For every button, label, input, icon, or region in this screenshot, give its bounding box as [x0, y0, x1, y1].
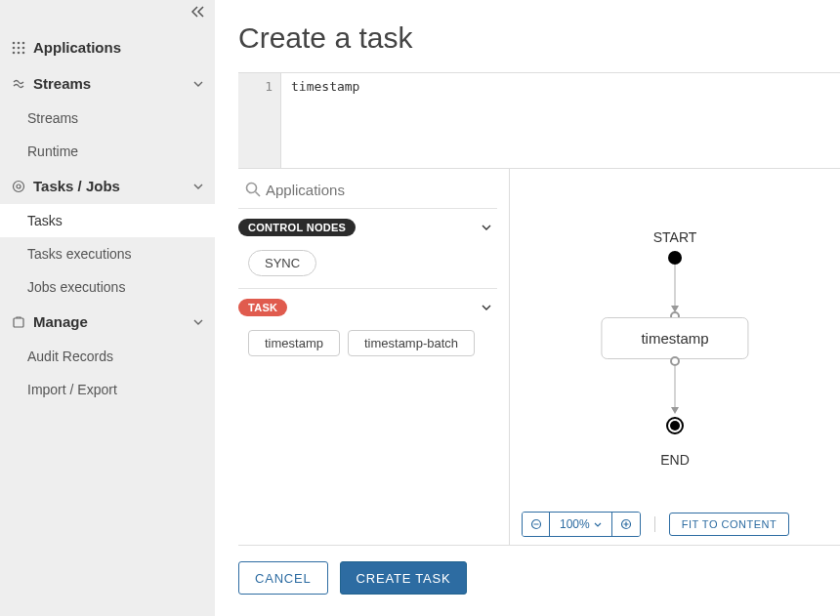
chip-timestamp-batch[interactable]: timestamp-batch: [348, 330, 475, 356]
cancel-button[interactable]: CANCEL: [238, 561, 328, 595]
task-node[interactable]: timestamp: [601, 317, 748, 359]
chip-sync[interactable]: SYNC: [248, 250, 316, 276]
chevron-down-icon: [193, 319, 203, 325]
create-task-button[interactable]: CREATE TASK: [340, 561, 468, 595]
search-icon: [244, 181, 266, 198]
palette: CONTROL NODES SYNC TASK timestamp: [238, 169, 510, 545]
svg-point-9: [14, 181, 24, 191]
zoom-in-button[interactable]: [612, 513, 640, 536]
svg-point-10: [17, 185, 21, 188]
end-node[interactable]: [666, 417, 684, 434]
canvas[interactable]: START timestamp END: [510, 169, 840, 545]
nav-streams[interactable]: Streams: [0, 65, 215, 102]
nav-item-import-export[interactable]: Import / Export: [0, 373, 215, 406]
zoom-level-dropdown[interactable]: 100%: [550, 513, 612, 536]
chevron-down-icon: [594, 522, 602, 527]
svg-point-12: [247, 184, 257, 193]
nav-item-streams[interactable]: Streams: [0, 102, 215, 135]
nav-item-audit-records[interactable]: Audit Records: [0, 340, 215, 373]
zoom-level-text: 100%: [560, 517, 590, 531]
svg-point-1: [18, 41, 21, 44]
arrowhead-icon: [671, 407, 679, 414]
nav-manage[interactable]: Manage: [0, 304, 215, 340]
nav-item-tasks[interactable]: Tasks: [0, 204, 215, 237]
end-label: END: [660, 452, 690, 468]
zoom-group: 100%: [522, 512, 641, 537]
grid-icon: [10, 41, 27, 55]
section-control-items: SYNC: [238, 246, 497, 288]
svg-line-13: [256, 192, 261, 197]
nav-label: Tasks / Jobs: [33, 178, 193, 194]
nav-item-runtime[interactable]: Runtime: [0, 135, 215, 168]
svg-point-0: [13, 41, 16, 44]
nav-label: Streams: [33, 75, 193, 92]
svg-point-6: [13, 51, 16, 54]
collapse-sidebar-icon[interactable]: [191, 6, 205, 18]
create-label: CREATE TASK: [357, 571, 451, 586]
page-title: Create a task: [238, 21, 840, 72]
fit-to-content-button[interactable]: FIT TO CONTENT: [669, 513, 789, 536]
svg-point-8: [22, 51, 25, 54]
section-pill: TASK: [238, 299, 287, 316]
section-pill: CONTROL NODES: [238, 219, 356, 236]
edge-start-to-task: [675, 265, 676, 308]
divider: [654, 516, 655, 532]
edge-task-to-end: [675, 366, 676, 409]
zoom-controls: 100% FIT TO CONTENT: [522, 512, 789, 537]
svg-point-2: [22, 41, 25, 44]
sidebar: Applications Streams Streams Runtime Tas…: [0, 0, 215, 616]
start-node[interactable]: [668, 251, 682, 265]
palette-search-input[interactable]: [266, 182, 495, 198]
nav-tasks-jobs[interactable]: Tasks / Jobs: [0, 168, 215, 204]
chip-timestamp[interactable]: timestamp: [248, 330, 340, 356]
nav-label: Manage: [33, 313, 193, 330]
code-text: timestamp: [291, 79, 359, 94]
svg-point-4: [18, 46, 21, 49]
fit-label: FIT TO CONTENT: [682, 518, 777, 530]
zoom-out-button[interactable]: [523, 513, 550, 536]
stream-icon: [10, 77, 27, 91]
editor-gutter: 1: [238, 73, 281, 168]
chevron-down-icon: [482, 305, 491, 310]
chevron-down-icon: [193, 81, 203, 87]
svg-point-3: [13, 46, 16, 49]
task-node-label: timestamp: [641, 330, 708, 347]
sidebar-top: [0, 0, 215, 23]
tasks-icon: [10, 180, 27, 193]
code-area[interactable]: timestamp: [281, 73, 840, 168]
line-number: 1: [246, 79, 273, 94]
chevron-down-icon: [482, 225, 491, 230]
main: Create a task 1 timestamp CONTROL: [215, 0, 840, 616]
port-task-bottom[interactable]: [670, 356, 680, 366]
svg-rect-11: [14, 318, 23, 327]
section-control-nodes[interactable]: CONTROL NODES: [238, 209, 497, 246]
svg-point-7: [18, 51, 21, 54]
section-task[interactable]: TASK: [238, 289, 497, 326]
manage-icon: [10, 315, 27, 329]
nav-applications[interactable]: Applications: [0, 29, 215, 65]
nav-label: Applications: [33, 39, 203, 56]
code-editor[interactable]: 1 timestamp: [238, 72, 840, 168]
svg-point-5: [22, 46, 25, 49]
palette-search[interactable]: [238, 177, 497, 208]
nav-item-tasks-executions[interactable]: Tasks executions: [0, 237, 215, 270]
nav: Applications Streams Streams Runtime Tas…: [0, 23, 215, 406]
flow: START timestamp END: [520, 179, 830, 535]
footer: CANCEL CREATE TASK: [238, 545, 840, 595]
chevron-down-icon: [193, 184, 203, 189]
nav-item-jobs-executions[interactable]: Jobs executions: [0, 270, 215, 304]
section-task-items: timestamp timestamp-batch: [238, 326, 497, 368]
cancel-label: CANCEL: [255, 571, 312, 586]
designer: CONTROL NODES SYNC TASK timestamp: [238, 168, 840, 545]
start-label: START: [653, 229, 697, 245]
